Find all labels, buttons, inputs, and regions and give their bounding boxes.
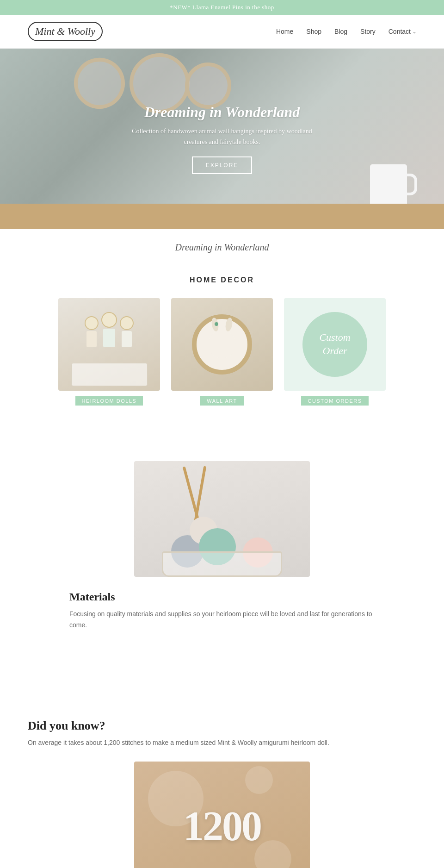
decorative-shelf	[0, 204, 444, 229]
main-nav: Home Shop Blog Story Contact ⌄	[276, 28, 416, 35]
announcement-text: *NEW* Llama Enamel Pins in the shop	[170, 4, 274, 11]
nav-story[interactable]: Story	[360, 28, 376, 35]
bg-shape-3	[245, 766, 273, 794]
product-card-dolls[interactable]: HEIRLOOM DOLLS	[58, 298, 160, 406]
explore-button[interactable]: EXPLORE	[192, 156, 253, 174]
announcement-bar: *NEW* Llama Enamel Pins in the shop	[0, 0, 444, 15]
nav-blog[interactable]: Blog	[334, 28, 347, 35]
site-logo[interactable]: Mint & Woolly	[28, 22, 103, 41]
materials-title: Materials	[69, 591, 375, 603]
materials-description: Focusing on quality materials and suppli…	[69, 609, 375, 631]
dyk-description: On average it takes about 1,200 stitches…	[28, 737, 416, 748]
bunny-ear-right	[225, 317, 234, 332]
hero-subtitle: Collection of handwoven animal wall hang…	[120, 126, 324, 147]
product-grid: HEIRLOOM DOLLS WALL ART Custom	[28, 298, 416, 406]
materials-section: Materials Focusing on quality materials …	[0, 452, 444, 654]
home-decor-section: HOME DECOR	[0, 257, 444, 424]
hero-title-secondary: Dreaming in Wonderland	[0, 229, 444, 257]
custom-order-circle: Custom Order	[302, 312, 367, 377]
product-label-dolls: HEIRLOOM DOLLS	[75, 396, 143, 406]
doll-3	[120, 316, 134, 347]
stitch-count: 1200	[183, 802, 261, 850]
yarn-basket	[162, 517, 282, 577]
doll-basket	[71, 363, 148, 386]
count-image: 1200	[134, 762, 310, 868]
basket-wire	[162, 551, 282, 577]
knitting-needle-2	[194, 466, 207, 521]
hoop-art	[192, 314, 252, 375]
product-card-wallart[interactable]: WALL ART	[171, 298, 273, 406]
product-image-wallart	[171, 298, 273, 391]
doll-1	[85, 316, 99, 347]
materials-text-block: Materials Focusing on quality materials …	[60, 591, 384, 631]
nav-shop[interactable]: Shop	[306, 28, 321, 35]
chevron-down-icon: ⌄	[413, 29, 416, 34]
did-you-know-section: Did you know? On average it takes about …	[0, 696, 444, 868]
yarn-basket-image	[134, 461, 310, 577]
nav-home[interactable]: Home	[276, 28, 293, 35]
product-card-custom[interactable]: Custom Order CUSTOM ORDERS	[284, 298, 386, 406]
product-label-custom: CUSTOM ORDERS	[301, 396, 368, 406]
hero-content: Dreaming in Wonderland Collection of han…	[120, 104, 324, 174]
site-header: Mint & Woolly Home Shop Blog Story Conta…	[0, 15, 444, 49]
bunny-face	[208, 331, 236, 358]
product-label-wallart: WALL ART	[200, 396, 243, 406]
doll-2	[101, 312, 117, 347]
home-decor-title: HOME DECOR	[28, 276, 416, 284]
nav-contact[interactable]: Contact ⌄	[388, 28, 416, 35]
product-image-dolls	[58, 298, 160, 391]
hero-section: Dreaming in Wonderland Collection of han…	[0, 49, 444, 229]
flower-decoration	[215, 322, 218, 326]
dyk-title: Did you know?	[28, 719, 416, 733]
product-image-custom: Custom Order	[284, 298, 386, 391]
hero-title: Dreaming in Wonderland	[120, 104, 324, 121]
